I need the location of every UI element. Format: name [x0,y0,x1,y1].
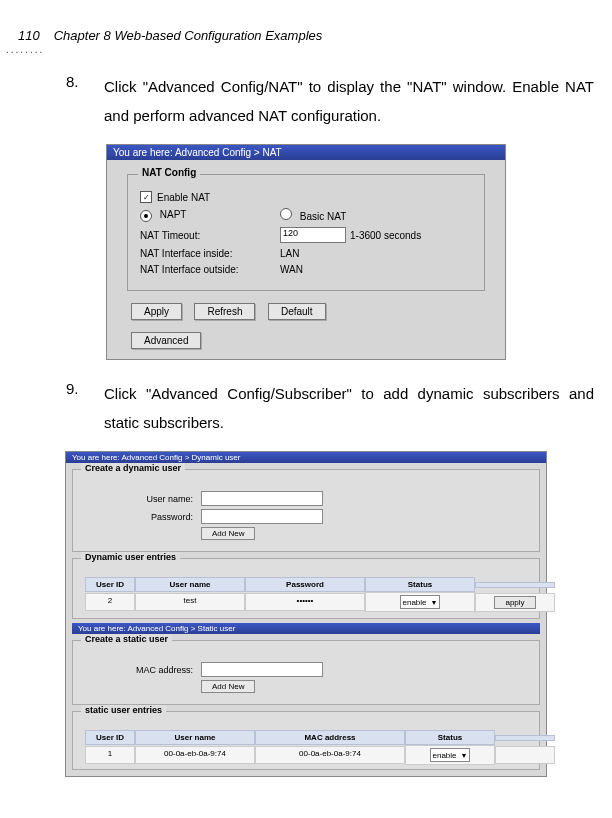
chevron-down-icon: ▼ [431,599,438,606]
static-table-row: 1 00-0a-eb-0a-9:74 00-0a-eb-0a-9:74 enab… [85,745,527,765]
nat-timeout-input[interactable]: 120 [280,227,346,243]
user-name-label: User name: [83,494,201,504]
napt-radio[interactable] [140,210,152,222]
advanced-button[interactable]: Advanced [131,332,201,349]
nat-timeout-label: NAT Timeout: [140,230,280,241]
add-new-button[interactable]: Add New [201,680,255,693]
chapter-title: Chapter 8 Web-based Configuration Exampl… [54,28,323,43]
nat-config-window: You are here: Advanced Config > NAT NAT … [106,144,506,360]
breadcrumb-static: You are here: Advanced Config > Static u… [72,623,540,634]
cell-mac1: 00-0a-eb-0a-9:74 [135,746,255,764]
apply-button[interactable]: Apply [131,303,182,320]
status-select[interactable]: enable▼ [400,595,441,609]
dynamic-entries-legend: Dynamic user entries [81,552,180,562]
nat-outside-value: WAN [280,264,303,275]
nat-inside-label: NAT Interface inside: [140,248,280,259]
nat-inside-value: LAN [280,248,299,259]
basic-nat-label: Basic NAT [300,211,347,222]
default-button[interactable]: Default [268,303,326,320]
status-select[interactable]: enable▼ [430,748,471,762]
nat-outside-label: NAT Interface outside: [140,264,280,275]
refresh-button[interactable]: Refresh [194,303,255,320]
page-header: 110 Chapter 8 Web-based Configuration Ex… [18,28,594,43]
basic-nat-radio[interactable] [280,208,292,220]
mac-address-label: MAC address: [83,665,201,675]
subscriber-window: You are here: Advanced Config > Dynamic … [65,451,547,777]
user-name-input[interactable] [201,491,323,506]
add-new-button[interactable]: Add New [201,527,255,540]
cell-userid: 2 [85,593,135,611]
nat-config-legend: NAT Config [138,167,200,178]
nat-timeout-hint: 1-3600 seconds [350,230,421,241]
napt-label: NAPT [160,209,187,220]
step-text: Click "Advanced Config/NAT" to display t… [104,73,594,130]
cell-username: test [135,593,245,611]
page-number: 110 [18,28,40,43]
breadcrumb: You are here: Advanced Config > NAT [107,145,505,160]
step-9: 9. Click "Advanced Config/Subscriber" to… [66,380,594,437]
step-number: 8. [66,73,86,90]
static-entries-legend: static user entries [81,705,166,715]
cell-userid: 1 [85,746,135,764]
create-dynamic-legend: Create a dynamic user [81,463,185,473]
decorative-dots: ........ [6,44,44,55]
chevron-down-icon: ▼ [461,752,468,759]
password-input[interactable] [201,509,323,524]
cell-mac2: 00-0a-eb-0a-9:74 [255,746,405,764]
enable-nat-label: Enable NAT [157,192,210,203]
step-8: 8. Click "Advanced Config/NAT" to displa… [66,73,594,130]
breadcrumb: You are here: Advanced Config > Dynamic … [66,452,546,463]
static-table-head: User ID User name MAC address Status [85,730,527,745]
dynamic-table-head: User ID User name Password Status [85,577,527,592]
step-number: 9. [66,380,86,397]
mac-address-input[interactable] [201,662,323,677]
dynamic-table-row: 2 test •••••• enable▼ apply [85,592,527,612]
step-text: Click "Advanced Config/Subscriber" to ad… [104,380,594,437]
enable-nat-checkbox[interactable] [140,191,152,203]
cell-password: •••••• [245,593,365,611]
apply-row-button[interactable]: apply [494,596,535,609]
password-label: Password: [83,512,201,522]
create-static-legend: Create a static user [81,634,172,644]
